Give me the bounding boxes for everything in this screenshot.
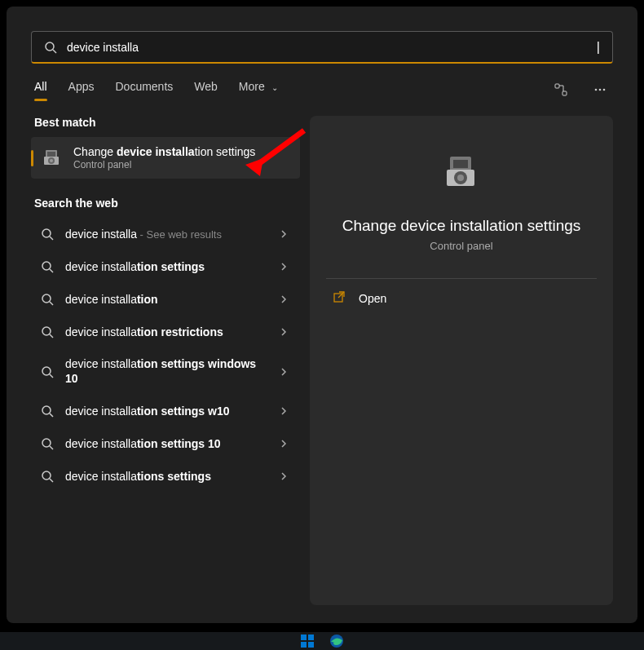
tab-documents[interactable]: Documents [115,80,173,101]
svg-rect-2 [555,84,559,88]
svg-line-34 [338,292,344,298]
web-result-item[interactable]: device installation [31,283,300,316]
svg-rect-40 [301,642,307,648]
bm-title-bold: device installa [117,145,195,158]
tab-apps[interactable]: Apps [68,80,95,101]
chevron-right-icon[interactable] [277,260,290,273]
search-icon [41,228,54,241]
svg-point-4 [595,89,598,91]
svg-line-17 [50,302,53,305]
svg-point-32 [457,175,464,181]
text-cursor: | [597,40,600,55]
edge-browser-icon[interactable] [329,633,345,649]
filter-tabs: All Apps Documents Web More ⌄ [31,80,613,101]
web-result-text: device installation [65,292,266,307]
web-result-text: device installa - See web results [65,227,266,242]
search-icon [41,365,54,378]
svg-rect-3 [562,91,567,95]
chevron-right-icon[interactable] [277,325,290,338]
start-button[interactable] [299,633,315,649]
bm-title-prefix: Change [73,145,117,158]
preview-device-icon [437,148,486,197]
search-icon [41,470,54,483]
svg-point-26 [42,471,51,480]
svg-point-22 [42,406,51,414]
chevron-right-icon[interactable] [277,437,290,450]
preview-panel: Change device installation settings Cont… [310,116,613,605]
chevron-down-icon: ⌄ [271,83,278,92]
web-result-text: device installation settings 10 [65,436,266,452]
search-input[interactable]: device installa [67,41,600,54]
bm-title-suffix: tion settings [195,145,256,158]
web-result-item[interactable]: device installations settings [31,460,300,493]
tab-all[interactable]: All [34,80,47,101]
device-settings-icon [41,147,64,170]
open-action[interactable]: Open [326,279,597,317]
more-options-icon[interactable] [587,77,613,103]
search-icon [44,41,57,54]
svg-line-27 [50,479,53,482]
search-icon [41,325,54,338]
svg-line-13 [50,237,53,240]
network-icon[interactable] [548,77,574,103]
svg-point-11 [50,159,53,162]
svg-line-1 [53,50,56,53]
svg-point-5 [599,89,602,91]
chevron-right-icon[interactable] [277,470,290,483]
best-match-text: Change device installation settings Cont… [73,145,290,170]
svg-line-19 [50,334,53,338]
open-external-icon [333,290,346,306]
web-result-text: device installation restrictions [65,325,266,340]
web-result-text: device installation settings windows 10 [65,356,266,387]
search-box[interactable]: device installa| [31,31,613,64]
web-result-text: device installation settings w10 [65,404,266,419]
chevron-right-icon[interactable] [277,228,290,241]
chevron-right-icon[interactable] [277,365,290,378]
start-search-panel: device installa| All Apps Documents Web … [7,7,637,623]
chevron-right-icon[interactable] [277,293,290,306]
svg-line-21 [50,374,53,378]
svg-point-12 [42,229,51,237]
chevron-right-icon[interactable] [277,405,290,418]
svg-line-25 [50,446,53,449]
svg-point-14 [42,262,51,270]
svg-rect-29 [453,160,468,168]
preview-title: Change device installation settings [342,217,581,235]
web-result-text: device installations settings [65,469,266,484]
web-result-item[interactable]: device installation settings 10 [31,427,300,460]
search-icon [41,437,54,450]
best-match-subtitle: Control panel [73,159,290,170]
svg-rect-38 [301,635,307,640]
web-result-item[interactable]: device installation settings windows 10 [31,348,300,395]
tab-more[interactable]: More ⌄ [239,80,278,101]
svg-rect-8 [47,152,55,157]
open-label: Open [359,292,386,305]
web-result-item[interactable]: device installa - See web results [31,218,300,250]
taskbar [0,632,644,650]
web-result-text: device installation settings [65,259,266,275]
search-icon [41,405,54,418]
search-icon [41,293,54,306]
web-results-header: Search the web [31,197,300,218]
search-icon [41,260,54,273]
best-match-header: Best match [31,116,300,137]
svg-point-24 [42,439,51,447]
tab-web[interactable]: Web [194,80,218,101]
web-result-item[interactable]: device installation settings [31,250,300,283]
svg-line-15 [50,269,53,272]
tab-more-label: More [239,80,265,93]
svg-point-20 [42,367,51,375]
preview-subtitle: Control panel [430,240,492,252]
svg-point-0 [46,42,54,51]
svg-rect-39 [308,635,314,640]
svg-rect-41 [308,642,314,648]
results-column: Best match Change device installation se… [31,116,300,605]
best-match-result[interactable]: Change device installation settings Cont… [31,137,300,179]
web-result-item[interactable]: device installation settings w10 [31,395,300,427]
web-result-item[interactable]: device installation restrictions [31,316,300,348]
svg-line-23 [50,413,53,417]
svg-point-18 [42,327,51,335]
svg-point-16 [42,294,51,303]
svg-point-6 [603,89,606,91]
